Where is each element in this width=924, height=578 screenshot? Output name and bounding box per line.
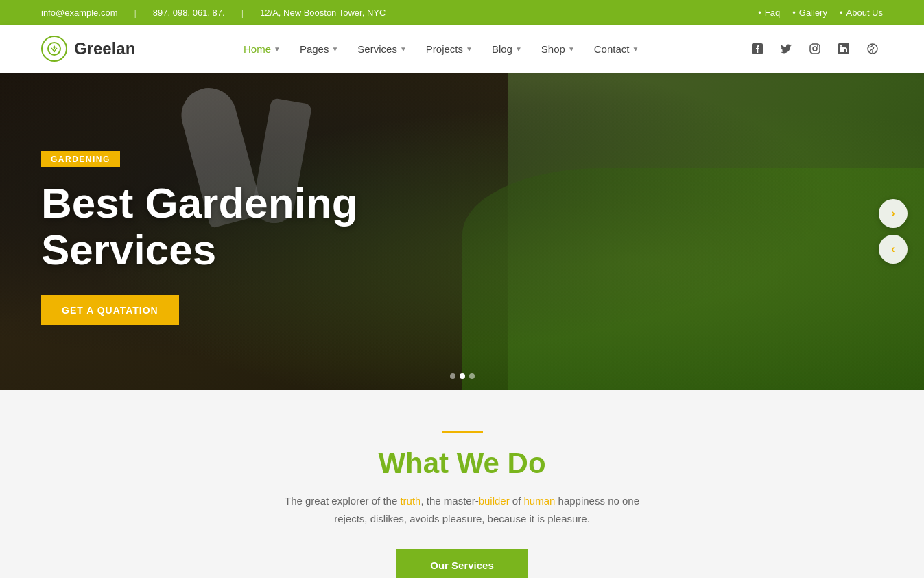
nav-home-caret: ▼: [274, 45, 281, 53]
nav-home[interactable]: Home ▼: [244, 43, 281, 55]
what-we-do-section: What We Do The great explorer of the tru…: [0, 390, 924, 578]
main-nav: Home ▼ Pages ▼ Services ▼ Projects ▼ Blo…: [244, 43, 639, 55]
social-icons: [747, 38, 883, 59]
slider-dot-3[interactable]: [469, 373, 475, 379]
slider-next-button[interactable]: ›: [879, 199, 908, 228]
facebook-icon[interactable]: [747, 38, 768, 59]
slider-dot-1[interactable]: [450, 373, 455, 379]
top-bar-separator: |: [134, 8, 136, 18]
slider-arrows: › ‹: [879, 199, 908, 264]
get-quotation-button[interactable]: GET A QUATATION: [41, 295, 179, 325]
highlight-human: human: [524, 495, 556, 507]
top-bar-gallery-link[interactable]: Gallery: [792, 8, 827, 18]
svg-point-3: [817, 45, 818, 47]
top-bar: info@example.com | 897. 098. 061. 87. | …: [0, 0, 924, 25]
highlight-builder: builder: [479, 495, 510, 507]
top-bar-phone: 897. 098. 061. 87.: [153, 8, 225, 18]
twitter-icon[interactable]: [776, 38, 796, 59]
slider-prev-button[interactable]: ‹: [879, 235, 908, 264]
nav-blog[interactable]: Blog ▼: [492, 43, 522, 55]
hero-content: GARDENING Best Gardening Services GET A …: [0, 73, 412, 390]
logo-text: Greelan: [74, 39, 135, 58]
top-bar-contact: info@example.com | 897. 098. 061. 87. | …: [41, 8, 386, 18]
dribbble-icon[interactable]: [862, 38, 883, 59]
top-bar-separator2: |: [241, 8, 244, 18]
linkedin-icon[interactable]: [833, 38, 854, 59]
section-description: The great explorer of the truth, the mas…: [284, 492, 641, 527]
hero-title: Best Gardening Services: [41, 180, 370, 273]
nav-blog-caret: ▼: [515, 45, 522, 53]
nav-contact[interactable]: Contact ▼: [594, 43, 639, 55]
nav-shop-caret: ▼: [568, 45, 575, 53]
nav-contact-caret: ▼: [632, 45, 639, 53]
nav-pages[interactable]: Pages ▼: [300, 43, 338, 55]
nav-services-caret: ▼: [400, 45, 407, 53]
svg-rect-1: [810, 44, 820, 54]
top-bar-about-link[interactable]: About Us: [840, 8, 883, 18]
logo[interactable]: Greelan: [41, 36, 135, 62]
highlight-truth: truth: [400, 495, 420, 507]
top-bar-links: Faq Gallery About Us: [758, 8, 883, 18]
hero-section: GARDENING Best Gardening Services GET A …: [0, 73, 924, 390]
section-divider: [442, 431, 483, 433]
header: Greelan Home ▼ Pages ▼ Services ▼ Projec…: [0, 25, 924, 73]
our-services-button[interactable]: Our Services: [396, 549, 528, 578]
slider-dots: [450, 373, 475, 379]
section-title: What We Do: [41, 447, 883, 480]
instagram-icon[interactable]: [805, 38, 825, 59]
nav-projects[interactable]: Projects ▼: [426, 43, 473, 55]
top-bar-address: 12/A, New Booston Tower, NYC: [260, 8, 386, 18]
slider-dot-2[interactable]: [460, 373, 465, 379]
nav-pages-caret: ▼: [331, 45, 338, 53]
nav-services[interactable]: Services ▼: [357, 43, 406, 55]
top-bar-faq-link[interactable]: Faq: [758, 8, 780, 18]
logo-icon: [41, 36, 67, 62]
top-bar-email: info@example.com: [41, 8, 117, 18]
svg-point-2: [813, 47, 817, 51]
nav-shop[interactable]: Shop ▼: [541, 43, 575, 55]
nav-projects-caret: ▼: [466, 45, 473, 53]
hero-badge: GARDENING: [41, 151, 120, 167]
